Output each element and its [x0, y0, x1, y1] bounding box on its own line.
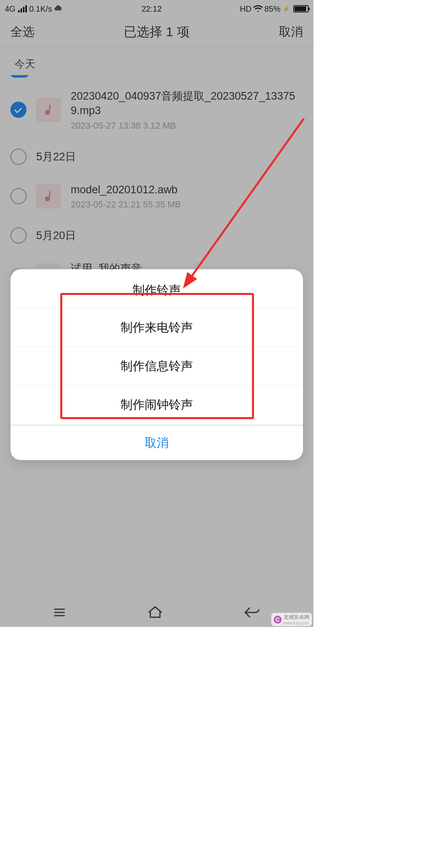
ringtone-dialog: 制作铃声 制作来电铃声 制作信息铃声 制作闹钟铃声 取消	[10, 269, 303, 460]
watermark-logo-icon: C	[274, 616, 282, 624]
recent-apps-icon[interactable]	[52, 605, 67, 620]
watermark-name: 龙城安卓网	[283, 614, 309, 620]
option-make-message-ringtone[interactable]: 制作信息铃声	[10, 347, 303, 385]
dialog-cancel-button[interactable]: 取消	[10, 425, 303, 460]
option-make-alarm-ringtone[interactable]: 制作闹钟铃声	[10, 385, 303, 424]
dialog-title: 制作铃声	[10, 279, 303, 308]
watermark-url: www.lcjrg.com	[283, 621, 309, 625]
back-icon[interactable]	[244, 605, 261, 620]
system-navbar	[0, 600, 313, 627]
option-make-call-ringtone[interactable]: 制作来电铃声	[10, 308, 303, 347]
home-icon[interactable]	[147, 604, 163, 620]
site-watermark: C 龙城安卓网 www.lcjrg.com	[271, 613, 312, 626]
